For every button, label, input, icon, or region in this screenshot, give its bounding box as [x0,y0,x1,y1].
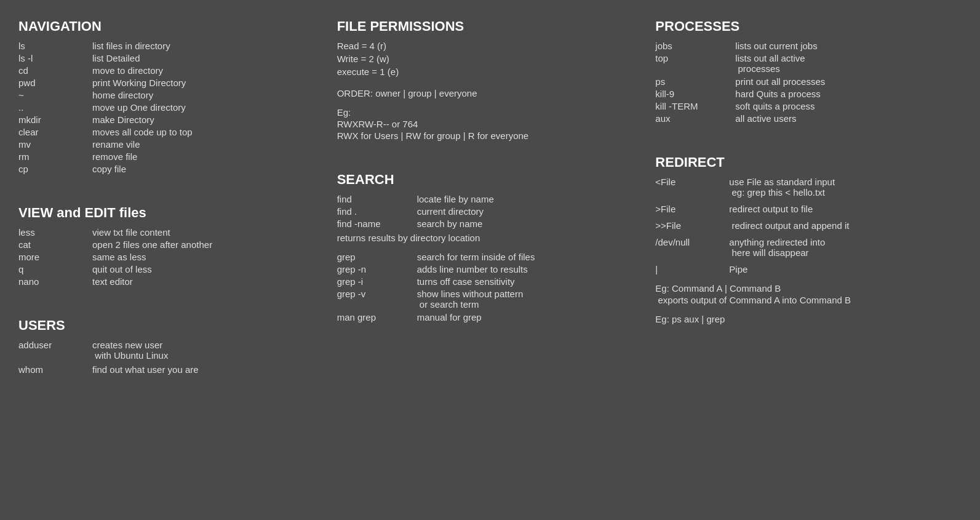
cmd-find-dot: find . [337,206,417,217]
redir-eg2-line: Eg: ps aux | grep [655,314,962,324]
cmd-nano: nano [18,276,92,287]
desc-pipe: Pipe [729,264,962,274]
cmd-row-jobs: jobs lists out current jobs [655,41,962,51]
desc-kill9: hard Quits a process [735,89,962,99]
cmd-row-nano: nano text editor [18,276,325,287]
navigation-title: NAVIGATION [18,18,325,34]
cmd-row-more: more same as less [18,252,325,262]
redir-eg-line1: Eg: Command A | Command B [655,283,962,294]
cmd-grep-i: grep -i [337,276,417,287]
perm-execute: execute = 1 (e) [337,66,643,77]
desc-ls-l: list Detailed [92,53,325,63]
cmd-grep: grep [337,252,417,262]
desc-ls: list files in directory [92,41,325,51]
cmd-row-cat: cat open 2 files one after another [18,239,325,250]
cmd-grep-v: grep -v [337,289,417,299]
cmd-less: less [18,227,92,238]
desc-q: quit out of less [92,264,325,274]
perm-eg-label: Eg: [337,107,643,118]
users-section: USERS adduser creates new user with Ubun… [18,305,325,375]
redir-eg-line2: exports output of Command A into Command… [655,295,962,305]
search-title: SEARCH [337,172,643,188]
desc-find: locate file by name [417,194,643,204]
main-grid: NAVIGATION ls list files in directory ls… [18,18,962,393]
cmd-clear: clear [18,127,92,137]
navigation-section: NAVIGATION ls list files in directory ls… [18,18,325,174]
cmd-row-q: q quit out of less [18,264,325,274]
cmd-row-rm: rm remove file [18,151,325,162]
cmd-ls-l: ls -l [18,53,92,63]
desc-pwd: print Working Directory [92,78,325,88]
desc-devnull: anything redirected into here will disap… [729,237,962,258]
file-perm-block: Read = 4 (r) Write = 2 (w) execute = 1 (… [337,41,643,77]
cmd-row-adduser: adduser creates new user with Ubuntu Lin… [18,340,325,361]
file-permissions-title: FILE PERMISSIONS [337,18,643,34]
desc-less: view txt file content [92,227,325,238]
search-returns: returns results by directory location [337,233,643,243]
desc-find-name: search by name [417,218,643,229]
cmd-kill9: kill-9 [655,89,735,99]
cmd-row-pipe: | Pipe [655,264,962,274]
cmd-row-devnull: /dev/null anything redirected into here … [655,237,962,258]
cmd-ps: ps [655,76,735,87]
cmd-aux: aux [655,113,735,124]
cmd-row-kill9: kill-9 hard Quits a process [655,89,962,99]
cmd-row-find: find locate file by name [337,194,643,204]
desc-aux: all active users [735,113,962,124]
desc-more: same as less [92,252,325,262]
desc-gt-file: redirect output to file [729,204,962,214]
cmd-mv: mv [18,139,92,150]
desc-nano: text editor [92,276,325,287]
cmd-row-grep: grep search for term inside of files [337,252,643,262]
cmd-kill-term: kill -TERM [655,101,735,111]
perm-eg-block: Eg: RWXRW-R-- or 764 RWX for Users | RW … [337,107,643,141]
search-section: SEARCH find locate file by name find . c… [337,159,643,322]
cmd-tilde: ~ [18,90,92,100]
cmd-find: find [337,194,417,204]
perm-eg-line2: RWX for Users | RW for group | R for eve… [337,130,643,141]
cmd-gt-file: >File [655,204,729,214]
cmd-grep-n: grep -n [337,264,417,274]
cmd-row-mkdir: mkdir make Directory [18,114,325,125]
column-2: FILE PERMISSIONS Read = 4 (r) Write = 2 … [337,18,643,393]
desc-adduser: creates new user with Ubuntu Linux [92,340,325,361]
cmd-row-less: less view txt file content [18,227,325,238]
view-edit-section: VIEW and EDIT files less view txt file c… [18,193,325,287]
desc-find-dot: current directory [417,206,643,217]
desc-rm: remove file [92,151,325,162]
view-edit-title: VIEW and EDIT files [18,205,325,221]
redirect-eg-block: Eg: Command A | Command B exports output… [655,283,962,305]
desc-cat: open 2 files one after another [92,239,325,250]
cmd-find-name: find -name [337,218,417,229]
cmd-row-aux: aux all active users [655,113,962,124]
cmd-row-lt-file: <File use File as standard input eg: gre… [655,177,962,198]
file-permissions-section: FILE PERMISSIONS Read = 4 (r) Write = 2 … [337,18,643,141]
desc-clear: moves all code up to top [92,127,325,137]
desc-grep-i: turns off case sensitivity [417,276,643,287]
cmd-ls: ls [18,41,92,51]
desc-grep-v: show lines without pattern or search ter… [417,289,643,310]
cmd-row-kill-term: kill -TERM soft quits a process [655,101,962,111]
desc-mkdir: make Directory [92,114,325,125]
desc-cp: copy file [92,164,325,174]
cmd-row-clear: clear moves all code up to top [18,127,325,137]
cmd-row-tilde: ~ home directory [18,90,325,100]
cmd-row-grep-n: grep -n adds line number to results [337,264,643,274]
cmd-row-whom: whom find out what user you are [18,364,325,375]
redirect-eg2: Eg: ps aux | grep [655,314,962,324]
cmd-row-grep-i: grep -i turns off case sensitivity [337,276,643,287]
cmd-cd: cd [18,65,92,76]
perm-write: Write = 2 (w) [337,54,643,64]
desc-grep: search for term inside of files [417,252,643,262]
desc-whom: find out what user you are [92,364,325,375]
desc-dotdot: move up One directory [92,102,325,113]
cmd-devnull: /dev/null [655,237,729,247]
cmd-cp: cp [18,164,92,174]
cmd-gtgt-file: >>File [655,220,729,231]
cmd-row-find-dot: find . current directory [337,206,643,217]
cmd-row-pwd: pwd print Working Directory [18,78,325,88]
redirect-section: REDIRECT <File use File as standard inpu… [655,142,962,324]
cmd-row-cp: cp copy file [18,164,325,174]
cmd-adduser: adduser [18,340,92,350]
desc-lt-file: use File as standard input eg: grep this… [729,177,962,198]
